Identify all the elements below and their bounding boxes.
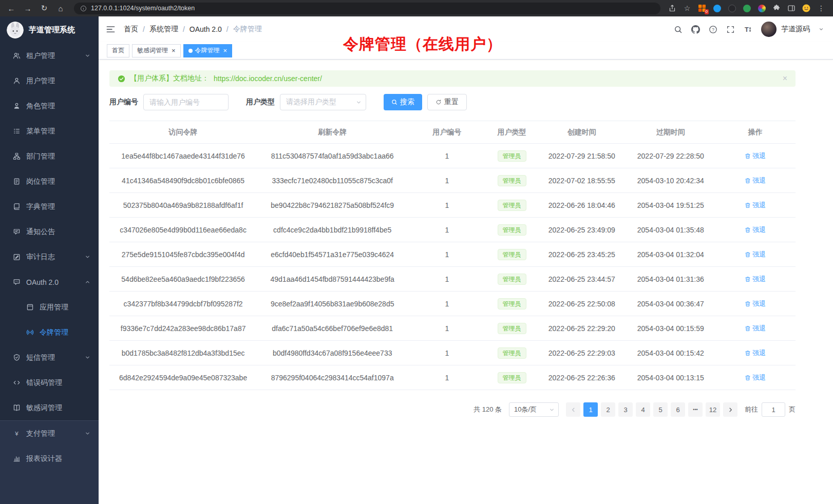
- force-logout-button[interactable]: 强退: [745, 348, 766, 358]
- table-row: b0d1785bc3a8482f812db4a3f3bd15ecb0df4980…: [109, 341, 796, 365]
- user-id-input[interactable]: [143, 94, 229, 110]
- sidebar-item[interactable]: 字典管理: [0, 194, 99, 219]
- tab-close-icon[interactable]: ×: [172, 47, 176, 54]
- page-size-select[interactable]: 10条/页: [509, 402, 559, 417]
- doc-link[interactable]: https://doc.iocoder.cn/user-center/: [214, 74, 322, 83]
- goto-page-input[interactable]: [762, 402, 785, 417]
- username-label[interactable]: 芋道源码: [781, 25, 810, 34]
- search-icon[interactable]: [674, 25, 683, 34]
- search-button[interactable]: 搜索: [384, 94, 422, 110]
- sidebar-fold-icon[interactable]: [106, 25, 116, 34]
- sidebar-item[interactable]: 通知公告: [0, 219, 99, 244]
- breadcrumb-item[interactable]: 首页: [124, 25, 138, 34]
- sidebar-item[interactable]: 短信管理: [0, 345, 99, 370]
- user-avatar[interactable]: [761, 22, 777, 37]
- expire-time-cell: 2022-07-29 22:28:50: [626, 144, 715, 168]
- chevron-down-icon: [356, 100, 362, 105]
- action-cell: 强退: [715, 267, 796, 292]
- address-bar[interactable]: 127.0.0.1:1024/system/oauth2/token: [74, 3, 660, 14]
- force-logout-button[interactable]: 强退: [745, 201, 766, 210]
- extension-green-icon[interactable]: [742, 4, 751, 13]
- delete-icon: [745, 375, 751, 381]
- extension-blue-icon[interactable]: [712, 4, 722, 13]
- prev-page-button[interactable]: [566, 402, 580, 417]
- sidebar-item[interactable]: 租户管理: [0, 43, 99, 68]
- page-button[interactable]: 3: [618, 402, 633, 417]
- extension-color-icon[interactable]: [757, 4, 766, 13]
- extensions-puzzle-icon[interactable]: [772, 4, 781, 13]
- reset-button[interactable]: 重置: [427, 94, 467, 110]
- sidebar-subitem[interactable]: 应用管理: [0, 295, 99, 320]
- help-icon[interactable]: ?: [709, 25, 717, 34]
- refresh-token-cell: 9ce8ef2aa9f14056b831ae9b608e28d5: [257, 292, 408, 316]
- github-icon[interactable]: [691, 25, 700, 34]
- sidebar-item[interactable]: 角色管理: [0, 93, 99, 119]
- fullscreen-icon[interactable]: [726, 25, 735, 34]
- user-type-select[interactable]: 请选择用户类型: [280, 94, 366, 110]
- user-id-cell: 1: [408, 341, 486, 365]
- sidebar-subitem[interactable]: 令牌管理: [0, 320, 99, 345]
- sidebar-item[interactable]: 部门管理: [0, 144, 99, 169]
- bookmark-star-icon[interactable]: ☆: [683, 4, 692, 13]
- breadcrumb-item[interactable]: OAuth 2.0: [190, 25, 222, 33]
- alert-text: 【用户体系】文档地址：: [130, 74, 209, 83]
- access-token-cell: 1ea5e44f8bc1467aaede43144f31de76: [109, 144, 257, 168]
- page-button[interactable]: 4: [636, 402, 650, 417]
- forward-button[interactable]: →: [22, 3, 34, 14]
- force-logout-button[interactable]: 强退: [745, 324, 766, 333]
- sidebar-item[interactable]: OAuth 2.0: [0, 269, 99, 295]
- refresh-token-cell: be90422b8c7946218275a508bf524fc9: [257, 193, 408, 218]
- site-info-icon[interactable]: [80, 5, 87, 12]
- alert-close-icon[interactable]: ×: [783, 74, 787, 83]
- sidebar-item[interactable]: 审计日志: [0, 244, 99, 269]
- force-logout-button[interactable]: 强退: [745, 250, 766, 259]
- page-button[interactable]: 2: [601, 402, 615, 417]
- user-type-cell: 管理员: [486, 292, 537, 316]
- page-button[interactable]: 5: [653, 402, 668, 417]
- extension-dark-icon[interactable]: [727, 4, 736, 13]
- sidebar-item[interactable]: 菜单管理: [0, 119, 99, 144]
- user-type-cell: 管理员: [486, 168, 537, 193]
- more-pages-button[interactable]: •••: [688, 402, 703, 417]
- font-size-icon[interactable]: T: [744, 25, 752, 34]
- breadcrumb-separator: /: [183, 25, 185, 33]
- force-logout-button[interactable]: 强退: [745, 373, 766, 382]
- share-icon[interactable]: [668, 4, 677, 13]
- force-logout-button[interactable]: 强退: [745, 225, 766, 235]
- side-panel-icon[interactable]: [787, 4, 796, 13]
- sidebar-item[interactable]: 岗位管理: [0, 169, 99, 194]
- tab-item[interactable]: 敏感词管理×: [132, 44, 181, 57]
- create-time-cell: 2022-06-25 23:44:57: [538, 267, 626, 292]
- browser-menu-icon[interactable]: ⋮: [817, 4, 826, 13]
- user-type-cell: 管理员: [486, 267, 537, 292]
- page-button[interactable]: 6: [671, 402, 685, 417]
- access-token-cell: b0d1785bc3a8482f812db4a3f3bd15ec: [109, 341, 257, 365]
- extension-adblock-icon[interactable]: 0: [697, 4, 707, 13]
- tab-item[interactable]: 令牌管理×: [183, 44, 233, 57]
- sidebar-item[interactable]: ¥支付管理: [0, 421, 99, 446]
- home-button[interactable]: ⌂: [54, 3, 67, 14]
- sidebar-item[interactable]: 敏感词管理: [0, 395, 99, 420]
- page-button[interactable]: 12: [706, 402, 720, 417]
- refresh-token-cell: b0df4980ffd34c67a08f9156e4eee733: [257, 341, 408, 365]
- next-page-button[interactable]: [723, 402, 737, 417]
- user-menu-caret-icon[interactable]: [819, 27, 824, 32]
- profile-avatar-icon[interactable]: [802, 4, 811, 13]
- tenant-icon: [13, 52, 21, 60]
- force-logout-button[interactable]: 强退: [745, 299, 766, 308]
- force-logout-button[interactable]: 强退: [745, 275, 766, 284]
- tab-item[interactable]: 首页: [107, 44, 129, 57]
- page-button[interactable]: 1: [583, 402, 598, 417]
- breadcrumb-item[interactable]: 系统管理: [149, 25, 178, 34]
- chevron-down-icon: [85, 431, 90, 436]
- tab-close-icon[interactable]: ×: [223, 47, 228, 54]
- column-header: 用户类型: [486, 121, 537, 144]
- sidebar-item[interactable]: 用户管理: [0, 68, 99, 93]
- sidebar-item[interactable]: 错误码管理: [0, 370, 99, 395]
- sidebar-item[interactable]: 报表设计器: [0, 446, 99, 471]
- force-logout-button[interactable]: 强退: [745, 176, 766, 185]
- user-id-cell: 1: [408, 193, 486, 218]
- force-logout-button[interactable]: 强退: [745, 151, 766, 161]
- back-button[interactable]: ←: [5, 3, 17, 14]
- reload-button[interactable]: ↻: [38, 3, 50, 14]
